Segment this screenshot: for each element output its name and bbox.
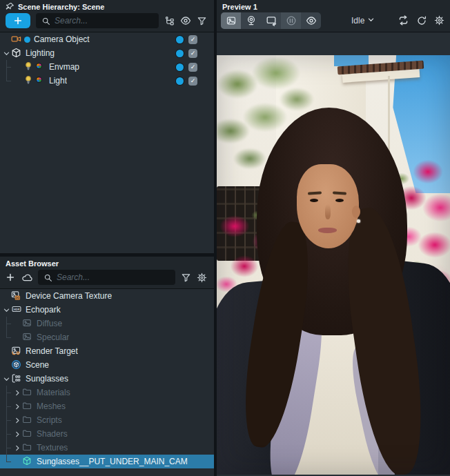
image-view-button[interactable] [221,12,241,29]
chevron-right-icon[interactable] [12,444,22,452]
asset-row-label: Device Camera Texture [26,291,112,301]
asset-row-echopark[interactable]: HDREchopark [0,303,214,317]
asset-row-label: Shaders [37,429,68,439]
enabled-checkbox[interactable]: ✓ [188,63,197,72]
asset-row-specular[interactable]: Specular [0,330,214,344]
left-column: Scene Hierarchy: Scene Camera Object✓Lig… [0,0,214,476]
asset-row-materials[interactable]: Materials [0,386,214,399]
hierarchy-row-label: Camera Object [34,34,90,44]
scene-hierarchy-header: Scene Hierarchy: Scene [0,0,214,32]
asset-row-label: Scripts [37,415,62,425]
filter-icon[interactable] [197,16,207,26]
eye-icon [306,15,317,26]
asset-row-scripts[interactable]: Scripts [0,413,214,427]
chevron-right-icon[interactable] [12,389,22,397]
asset-row-shaders[interactable]: Shaders [0,427,214,441]
visibility-dot[interactable] [176,36,184,43]
hierarchy-row-lighting[interactable]: Lighting✓ [0,46,214,60]
gear-icon[interactable] [197,272,207,283]
folder-icon [22,415,33,426]
search-icon [43,273,52,282]
gear-icon[interactable] [434,15,444,26]
screen-rotate-button[interactable] [261,12,281,29]
hierarchy-row-light[interactable]: Light✓ [0,74,214,88]
sync-icon[interactable] [398,14,409,26]
hdr-icon: HDR [11,304,22,315]
webcam-button[interactable] [241,12,261,29]
folder-icon [22,401,33,412]
chevron-right-icon[interactable] [12,417,22,424]
asset-row-diffuse[interactable]: Diffuse [0,317,214,330]
hierarchy-row-envmap[interactable]: Envmap✓ [0,60,214,74]
asset-row-meshes[interactable]: Meshes [0,399,214,413]
enabled-checkbox[interactable]: ✓ [188,77,197,86]
preview-header: Preview 1 Idle [217,0,450,32]
folder-icon [22,387,33,398]
cube-icon [11,48,22,59]
pause-button[interactable] [281,12,301,29]
photo-vignette [217,55,450,475]
sphere-icon [35,61,46,72]
scene-hierarchy-search-input[interactable] [55,16,153,26]
asset-row-label: Materials [37,388,70,397]
bulb-icon [23,61,35,72]
webcam-icon [246,15,257,26]
preview-title: Preview 1 [222,3,257,11]
asset-row-device-camera-texture[interactable]: Device Camera Texture [0,289,214,303]
camera-texture-icon [11,290,22,301]
scene-hierarchy-searchbox[interactable] [36,13,159,28]
cloud-icon[interactable] [21,272,32,283]
eye-icon[interactable] [180,15,191,26]
add-asset-icon[interactable] [6,272,15,282]
asset-row-sunglasses[interactable]: Sunglasses [0,372,214,386]
asset-row-label: Echopark [26,305,61,315]
asset-browser-header: Asset Browser [0,257,214,289]
asset-row-scene[interactable]: Scene [0,358,214,372]
preview-mode-buttons [221,12,321,29]
tree-structure-icon[interactable] [164,16,175,26]
visibility-dot[interactable] [176,77,184,85]
chevron-right-icon[interactable] [12,430,22,438]
chevron-down-icon[interactable] [1,50,11,57]
asset-browser-search-input[interactable] [57,272,170,282]
pin-icon[interactable] [6,2,14,11]
object-enabled-dot [24,37,30,43]
asset-row-label: Sunglasses [26,374,68,384]
hierarchy-row-label: Envmap [49,62,79,72]
image-icon [22,332,33,343]
add-object-button[interactable] [6,13,30,28]
enabled-checkbox[interactable]: ✓ [188,35,197,44]
preview-state-label: Idle [351,16,364,26]
filter-icon[interactable] [181,272,191,283]
hierarchy-row-camera-object[interactable]: Camera Object✓ [0,32,214,46]
asset-row-label: Meshes [37,401,66,411]
chevron-right-icon[interactable] [12,403,22,410]
asset-browser-searchbox[interactable] [38,270,175,285]
image-icon [22,318,33,329]
chevron-down-icon[interactable] [1,375,11,383]
enabled-checkbox[interactable]: ✓ [188,49,197,58]
preview-image[interactable] [217,55,450,475]
asset-browser-title: Asset Browser [6,259,59,268]
visibility-dot[interactable] [176,50,184,57]
chevron-down-icon[interactable] [1,306,11,314]
scene-icon [11,359,22,370]
scene-hierarchy-title: Scene Hierarchy: Scene [18,3,104,11]
visibility-dot[interactable] [176,63,184,71]
asset-row-render-target[interactable]: Render Target [0,344,214,358]
eye-button[interactable] [301,12,321,29]
folder-icon [22,442,33,453]
folder-icon [22,428,33,439]
prefab-icon [11,373,22,384]
hierarchy-row-label: Lighting [26,48,55,58]
asset-row-textures[interactable]: Textures [0,441,214,455]
asset-row-label: Diffuse [37,319,62,328]
svg-text:HDR: HDR [14,308,20,311]
preview-state-dropdown[interactable]: Idle [351,16,375,26]
asset-browser-list: Device Camera TextureHDREchoparkDiffuseS… [0,289,214,473]
screen-rotate-icon [266,15,277,26]
reset-icon[interactable] [416,15,427,26]
search-icon [41,17,50,26]
asset-row-sunglasses-put-under-main-cam[interactable]: Sunglasses__PUT_UNDER_MAIN_CAM [0,455,214,468]
app-window: Scene Hierarchy: Scene Camera Object✓Lig… [0,0,450,476]
